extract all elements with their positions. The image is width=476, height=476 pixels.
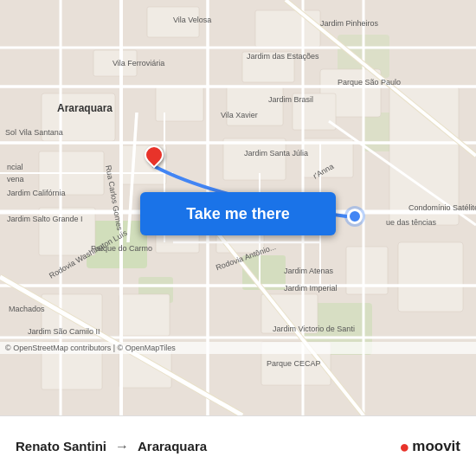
destination-label: Araraquara xyxy=(138,439,207,453)
svg-rect-25 xyxy=(119,294,170,336)
svg-rect-7 xyxy=(147,7,199,37)
svg-rect-14 xyxy=(227,87,283,125)
svg-rect-18 xyxy=(223,138,286,180)
take-me-there-button[interactable]: Take me there xyxy=(140,192,336,235)
svg-rect-1 xyxy=(87,221,147,268)
svg-rect-9 xyxy=(242,52,294,82)
svg-rect-8 xyxy=(255,10,320,47)
svg-rect-21 xyxy=(39,208,95,255)
bottom-bar: Renato Santini → Araraquara ● moovit xyxy=(0,415,476,476)
svg-rect-12 xyxy=(42,93,115,141)
map-container: Vila Velosa Jardim Pinheiros Vila Ferrov… xyxy=(0,0,476,415)
current-location-dot xyxy=(347,209,363,224)
moovit-logo: ● moovit xyxy=(399,438,460,455)
svg-rect-13 xyxy=(156,87,203,121)
svg-rect-10 xyxy=(93,50,137,76)
origin-label: Renato Santini xyxy=(16,439,106,453)
arrow-right-icon: → xyxy=(115,439,129,454)
moovit-brand-text: moovit xyxy=(412,438,460,455)
moovit-dot-icon: ● xyxy=(399,438,409,455)
route-info: Renato Santini → Araraquara xyxy=(16,439,207,454)
map-attribution: © OpenStreetMap contributors | © OpenMap… xyxy=(0,342,476,354)
svg-rect-15 xyxy=(293,93,336,130)
svg-rect-30 xyxy=(398,242,463,312)
